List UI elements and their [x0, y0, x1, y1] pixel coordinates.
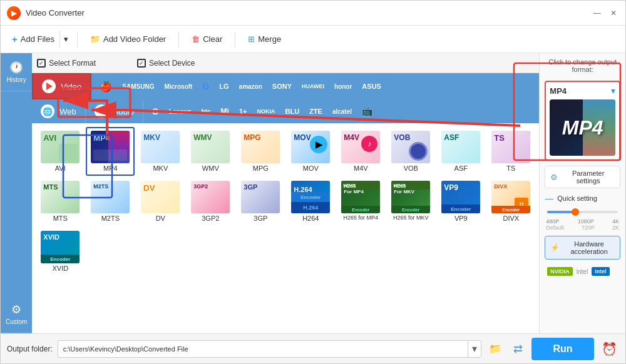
nvidia-badge: NVIDIA	[547, 267, 573, 276]
select-device-checkbox[interactable]: ✓	[137, 59, 146, 68]
quality-slider-wrap[interactable]	[547, 206, 618, 218]
format-vob[interactable]: VOB VOB	[386, 127, 435, 176]
mov-thumbnail: MOV ▶	[291, 131, 330, 163]
add-files-label: Add Files	[21, 34, 54, 44]
exchange-button[interactable]: ⇄	[509, 340, 526, 358]
vob-label: VOB	[404, 164, 418, 172]
motorola-brand[interactable]: ⊙	[147, 104, 163, 118]
format-avi[interactable]: AVI AVI	[36, 127, 85, 176]
slider-thumb[interactable]	[572, 208, 579, 216]
intel-badge: Intel	[592, 267, 610, 276]
format-mpg[interactable]: MPG MPG	[236, 127, 285, 176]
oneplus-brand[interactable]: 1+	[235, 106, 252, 117]
asus-brand[interactable]: ASUS	[357, 81, 386, 92]
format-m4v[interactable]: M4V ♪ M4V	[336, 127, 385, 176]
select-format-checkbox[interactable]: ✓	[37, 59, 46, 68]
label-2k: 2K	[612, 225, 619, 231]
format-wmv[interactable]: WMV WMV	[186, 127, 235, 176]
format-area: ✓ Select Format ✓ Select Device	[32, 53, 539, 333]
nokia-brand[interactable]: NOKIA	[253, 106, 280, 116]
select-format-option[interactable]: ✓ Select Format	[37, 59, 96, 68]
add-folder-label: Add Video Folder	[103, 34, 166, 44]
audio-type-button[interactable]: ♪ Audio	[86, 99, 143, 123]
merge-button[interactable]: ⊞ Merge	[240, 31, 289, 48]
clear-label: Clear	[203, 34, 222, 44]
schedule-button[interactable]: ⏰	[599, 339, 619, 359]
hardware-acceleration-button[interactable]: ⚡ Hardware acceleration	[545, 236, 620, 260]
mpg-label: MPG	[253, 164, 269, 172]
brand-logos-row1: 🍎 SAMSUNG Microsoft G LG amazon SONY HUA…	[91, 74, 389, 98]
honor-brand[interactable]: honor	[330, 81, 356, 92]
sidebar-item-custom[interactable]: ⚙ Custom	[1, 295, 32, 333]
format-m2ts[interactable]: M2TS M2TS	[86, 177, 135, 226]
sidebar-item-history[interactable]: 🕐 History	[1, 53, 32, 91]
format-h265mkv[interactable]: H265For MKV HEVC Encoder H265 for MKV	[386, 177, 435, 226]
lenovo-brand[interactable]: Lenovo	[165, 106, 196, 117]
google-brand[interactable]: G	[198, 79, 213, 93]
vp9-label: VP9	[454, 215, 468, 222]
format-asf[interactable]: ASF ASF	[436, 127, 485, 176]
video-icon-circle	[42, 79, 56, 93]
m4v-label: M4V	[354, 164, 368, 172]
label-4k: 4K	[612, 218, 619, 225]
format-mov[interactable]: MOV ▶ MOV	[286, 127, 335, 176]
add-video-folder-button[interactable]: 📁 Add Video Folder	[83, 31, 173, 48]
lg-brand[interactable]: LG	[215, 81, 233, 92]
format-dropdown-arrow[interactable]: ▾	[611, 86, 615, 96]
run-button[interactable]: Run	[531, 338, 594, 360]
alcatel-brand[interactable]: alcatel	[328, 106, 356, 117]
amazon-brand[interactable]: amazon	[235, 81, 267, 92]
format-3gp2[interactable]: 3GP2 3GP2	[186, 177, 235, 226]
microsoft-brand[interactable]: Microsoft	[160, 81, 197, 92]
format-xvid[interactable]: XVID Encoder XVID	[36, 227, 85, 276]
zte-brand[interactable]: ZTE	[305, 106, 327, 117]
huawei-brand[interactable]: HUAWEI	[297, 81, 329, 91]
mov-label: MOV	[303, 164, 319, 172]
output-format-box[interactable]: MP4 ▾ MP4	[545, 81, 620, 161]
format-divx[interactable]: DIVX D Encoder DIVX	[486, 177, 535, 226]
toolbar-divider-3	[235, 32, 235, 47]
select-device-option[interactable]: ✓ Select Device	[137, 59, 195, 68]
tv-brand[interactable]: 📺	[357, 104, 377, 118]
format-mp4[interactable]: MP4 MP4	[86, 127, 135, 176]
format-vp9[interactable]: VP9 Encoder VP9	[436, 177, 485, 226]
format-dv[interactable]: DV DV	[136, 177, 185, 226]
history-icon: 🕐	[9, 61, 23, 74]
add-files-dropdown[interactable]: ▾	[59, 31, 72, 48]
browse-folder-button[interactable]: 📁	[486, 340, 504, 358]
mi-brand[interactable]: Mi	[217, 105, 233, 118]
ts-label: TS	[506, 164, 515, 172]
format-3gp[interactable]: 3GP 3GP	[236, 177, 285, 226]
parameter-settings-button[interactable]: ⚙ Parameter settings	[545, 166, 620, 188]
param-settings-label: Parameter settings	[562, 169, 615, 185]
toolbar-divider-1	[77, 32, 78, 47]
minimize-button[interactable]: —	[592, 8, 603, 19]
blu-brand[interactable]: BLU	[281, 106, 304, 117]
brand-logos-row2: ⊙ Lenovo htc Mi 1+ NOKIA BLU ZTE alcatel…	[143, 99, 381, 123]
format-h265mp4[interactable]: H265For MP4 HEVC Encoder H265 for MP4	[336, 177, 385, 226]
h264-thumbnail: H.264 H.264 Encoder	[291, 181, 330, 213]
format-row-1: AVI AVI MP4 MP4	[36, 127, 535, 176]
clock-icon: ⏰	[602, 341, 617, 356]
right-panel: Click to change output format: MP4 ▾ MP4…	[539, 53, 625, 333]
web-type-button[interactable]: 🌐 Web	[32, 99, 86, 123]
sony-brand[interactable]: SONY	[268, 81, 296, 92]
close-button[interactable]: ✕	[608, 8, 619, 19]
path-dropdown-arrow[interactable]: ▾	[468, 341, 481, 357]
format-h264[interactable]: H.264 H.264 Encoder H264	[286, 177, 335, 226]
format-mkv[interactable]: MKV MKV	[136, 127, 185, 176]
htc-brand[interactable]: htc	[197, 106, 215, 117]
video-type-button[interactable]: Video	[32, 73, 91, 99]
format-mts[interactable]: MTS MTS	[36, 177, 85, 226]
samsung-brand[interactable]: SAMSUNG	[118, 81, 158, 92]
add-files-main-button[interactable]: + Add Files	[7, 30, 59, 48]
param-icon: ⚙	[550, 173, 558, 182]
add-files-button[interactable]: + Add Files ▾	[7, 30, 72, 48]
apple-brand[interactable]: 🍎	[95, 79, 116, 94]
3gp2-thumbnail: 3GP2	[191, 181, 230, 213]
xvid-thumbnail: XVID Encoder	[41, 231, 80, 263]
h264-label: H264	[302, 215, 319, 222]
m4v-thumbnail: M4V ♪	[341, 131, 380, 163]
clear-button[interactable]: 🗑 Clear	[184, 31, 230, 48]
format-ts[interactable]: TS TS	[486, 127, 535, 176]
